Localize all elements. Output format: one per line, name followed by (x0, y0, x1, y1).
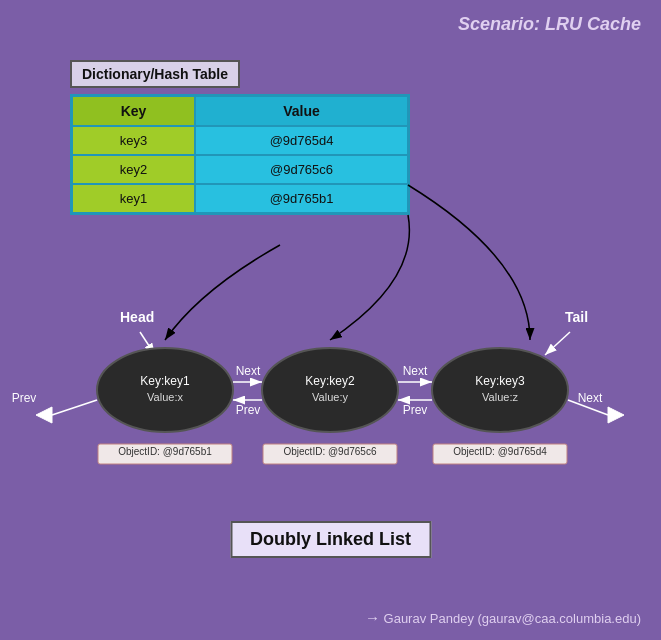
node3-value-label: Value:z (482, 391, 518, 403)
node3-key-label: Key:key3 (475, 374, 525, 388)
col-header-key: Key (72, 96, 196, 127)
dictionary-container: Dictionary/Hash Table Key Value key3@9d7… (70, 60, 410, 215)
objid-text-2: ObjectID: @9d765c6 (284, 446, 377, 457)
node2-key-label: Key:key2 (305, 374, 355, 388)
head-label: Head (120, 309, 154, 325)
tail-label: Tail (565, 309, 588, 325)
prev-label-2-1: Prev (236, 403, 261, 417)
svg-line-4 (545, 332, 570, 355)
objid-box-1 (98, 444, 232, 464)
dict-val-0: @9d765d4 (195, 126, 408, 155)
svg-line-10 (568, 400, 608, 415)
svg-line-3 (140, 332, 155, 355)
dict-key-1: key2 (72, 155, 196, 184)
dict-row: key1@9d765b1 (72, 184, 409, 214)
node1-value-label: Value:x (147, 391, 183, 403)
next-arrow-right (608, 407, 624, 423)
prev-arrow-left (36, 407, 52, 423)
dll-label: Doubly Linked List (230, 521, 431, 558)
objid-box-3 (433, 444, 567, 464)
dict-val-2: @9d765b1 (195, 184, 408, 214)
dictionary-table: Key Value key3@9d765d4key2@9d765c6key1@9… (70, 94, 410, 215)
node1-key-label: Key:key1 (140, 374, 190, 388)
dictionary-label: Dictionary/Hash Table (70, 60, 240, 88)
dict-key-0: key3 (72, 126, 196, 155)
dict-row: key3@9d765d4 (72, 126, 409, 155)
node2-ellipse (262, 348, 398, 432)
footer-text: Gaurav Pandey (gaurav@caa.columbia.edu) (384, 611, 641, 626)
prev-label-3-2: Prev (403, 403, 428, 417)
next-label-null-right: Next (578, 391, 603, 405)
objid-text-3: ObjectID: @9d765d4 (453, 446, 547, 457)
next-label-2-3: Next (403, 364, 428, 378)
dict-val-1: @9d765c6 (195, 155, 408, 184)
dict-row: key2@9d765c6 (72, 155, 409, 184)
col-header-value: Value (195, 96, 408, 127)
footer-arrow: → (365, 609, 380, 626)
svg-line-9 (52, 400, 97, 415)
objid-box-2 (263, 444, 397, 464)
footer: → Gaurav Pandey (gaurav@caa.columbia.edu… (365, 609, 641, 626)
dict-key-2: key1 (72, 184, 196, 214)
node1-ellipse (97, 348, 233, 432)
node2-value-label: Value:y (312, 391, 348, 403)
node3-ellipse (432, 348, 568, 432)
prev-label-null-left: Prev (12, 391, 37, 405)
objid-text-1: ObjectID: @9d765b1 (118, 446, 212, 457)
scenario-title: Scenario: LRU Cache (458, 14, 641, 35)
next-label-1-2: Next (236, 364, 261, 378)
